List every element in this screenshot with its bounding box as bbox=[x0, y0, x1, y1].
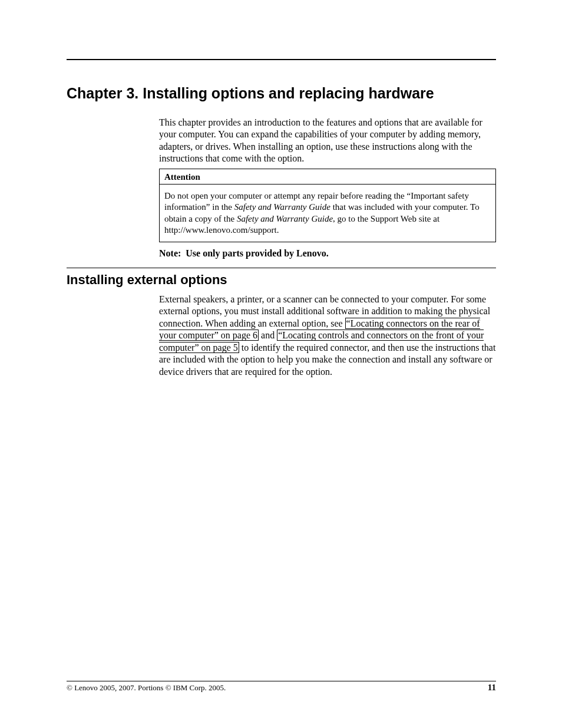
footer-rule bbox=[67, 681, 496, 681]
attention-header: Attention bbox=[160, 169, 495, 185]
attention-text-b: Safety and Warranty Guide bbox=[234, 202, 330, 212]
attention-text-d: Safety and Warranty Guide bbox=[237, 214, 333, 223]
intro-paragraph: This chapter provides an introduction to… bbox=[159, 117, 496, 165]
note-label: Note: bbox=[159, 248, 181, 258]
top-rule bbox=[67, 59, 496, 60]
footer-copyright: © Lenovo 2005, 2007. Portions © IBM Corp… bbox=[67, 683, 226, 693]
note-line: Note: Use only parts provided by Lenovo. bbox=[159, 248, 496, 259]
section-title: Installing external options bbox=[67, 272, 227, 288]
section-body-b: and bbox=[259, 330, 277, 340]
section-rule bbox=[67, 268, 496, 268]
footer-page-number: 11 bbox=[488, 683, 496, 693]
page: Chapter 3. Installing options and replac… bbox=[0, 0, 562, 728]
section-body: External speakers, a printer, or a scann… bbox=[159, 294, 496, 378]
attention-box: Attention Do not open your computer or a… bbox=[159, 169, 496, 242]
note-text: Use only parts provided by Lenovo. bbox=[186, 248, 328, 258]
chapter-title: Chapter 3. Installing options and replac… bbox=[67, 85, 434, 102]
